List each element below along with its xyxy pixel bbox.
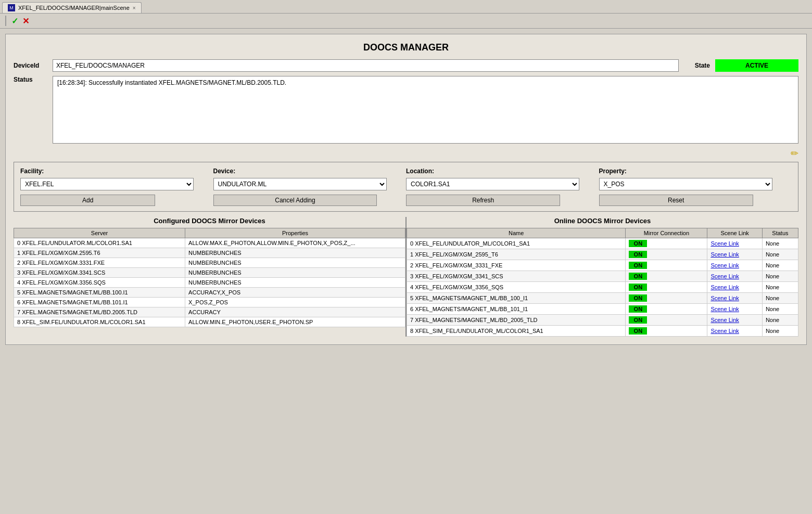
cell-status: None	[762, 271, 798, 282]
table-row[interactable]: 4 XFEL_FEL/XGM/XGM_3356_SQS ON Scene Lin…	[407, 282, 798, 293]
configured-devices-table: Server Properties 0 XFEL.FEL/UNDULATOR.M…	[14, 228, 405, 327]
online-devices-panel: Online DOOCS Mirror Devices Name Mirror …	[405, 217, 798, 337]
apply-button[interactable]: ✓	[11, 16, 18, 26]
filter-btn-row: Add Cancel Adding Refresh Reset	[20, 195, 792, 206]
tab-close-icon[interactable]: ×	[133, 5, 136, 11]
online-section-title: Online DOOCS Mirror Devices	[407, 217, 798, 225]
status-textarea[interactable]	[53, 76, 798, 144]
cell-name: 2 XFEL_FEL/XGM/XGM_3331_FXE	[407, 260, 626, 271]
device-select[interactable]: UNDULATOR.ML XGM MAGNET.ML	[213, 178, 387, 190]
cell-mirror-connection: ON	[626, 249, 707, 260]
refresh-btn-col: Refresh	[406, 195, 599, 206]
table-row[interactable]: 2 XFEL_FEL/XGM/XGM_3331_FXE ON Scene Lin…	[407, 260, 798, 271]
cell-index-server: 2 XFEL.FEL/XGM/XGM.3331.FXE	[14, 258, 185, 268]
cell-mirror-connection: ON	[626, 271, 707, 282]
table-row[interactable]: 1 XFEL.FEL/XGM/XGM.2595.T6 NUMBERBUNCHES	[14, 248, 405, 258]
cancel-button[interactable]: ✕	[22, 16, 29, 26]
cell-index-server: 0 XFEL.FEL/UNDULATOR.ML/COLOR1.SA1	[14, 238, 185, 248]
cell-name: 0 XFEL_FEL/UNDULATOR_ML/COLOR1_SA1	[407, 238, 626, 249]
pencil-icon-row: ✏	[14, 148, 798, 159]
tab-bar: M XFEL_FEL/DOOCS/MANAGER|mainScene ×	[0, 0, 812, 14]
cell-properties: NUMBERBUNCHES	[185, 248, 405, 258]
refresh-button[interactable]: Refresh	[406, 195, 560, 206]
page-title: DOOCS MANAGER	[14, 42, 798, 53]
cell-properties: NUMBERBUNCHES	[185, 258, 405, 268]
cell-status: None	[762, 249, 798, 260]
cell-status: None	[762, 238, 798, 249]
online-devices-table: Name Mirror Connection Scene Link Status…	[407, 228, 798, 337]
device-col: Device: UNDULATOR.ML XGM MAGNET.ML	[213, 168, 407, 190]
content-box: DOOCS MANAGER DeviceId State ACTIVE Stat…	[5, 34, 807, 345]
cell-properties: ACCURACY	[185, 307, 405, 317]
table-row[interactable]: 3 XFEL_FEL/XGM/XGM_3341_SCS ON Scene Lin…	[407, 271, 798, 282]
table-row[interactable]: 0 XFEL.FEL/UNDULATOR.ML/COLOR1.SA1 ALLOW…	[14, 238, 405, 248]
configured-section-title: Configured DOOCS Mirror Devices	[14, 217, 405, 225]
filter-section: Facility: XFEL.FEL XFEL.SIM.FEL XFEL.MAG…	[14, 162, 798, 212]
cell-properties: NUMBERBUNCHES	[185, 278, 405, 288]
cell-properties: NUMBERBUNCHES	[185, 268, 405, 278]
cell-mirror-connection: ON	[626, 315, 707, 326]
table-row[interactable]: 2 XFEL.FEL/XGM/XGM.3331.FXE NUMBERBUNCHE…	[14, 258, 405, 268]
toolbar-divider	[5, 16, 6, 26]
device-id-input[interactable]	[53, 59, 679, 72]
cancel-adding-button[interactable]: Cancel Adding	[213, 195, 377, 206]
cell-mirror-connection: ON	[626, 238, 707, 249]
cell-mirror-connection: ON	[626, 326, 707, 337]
cell-status: None	[762, 315, 798, 326]
table-row[interactable]: 6 XFEL_MAGNETS/MAGNET_ML/BB_101_I1 ON Sc…	[407, 304, 798, 315]
cell-scene-link[interactable]: Scene Link	[707, 238, 762, 249]
cell-properties: ACCURACY,X_POS	[185, 288, 405, 298]
cell-scene-link[interactable]: Scene Link	[707, 293, 762, 304]
table-row[interactable]: 5 XFEL_MAGNETS/MAGNET_ML/BB_100_I1 ON Sc…	[407, 293, 798, 304]
cell-index-server: 7 XFEL.MAGNETS/MAGNET.ML/BD.2005.TLD	[14, 307, 185, 317]
tab-label: XFEL_FEL/DOOCS/MANAGER|mainScene	[18, 5, 130, 11]
status-label: Status	[14, 76, 53, 83]
toolbar: ✓ ✕	[0, 14, 812, 29]
edit-icon[interactable]: ✏	[791, 148, 798, 159]
cell-scene-link[interactable]: Scene Link	[707, 304, 762, 315]
property-col: Property: X_POS NUMBERBUNCHES ACCURACY	[599, 168, 792, 190]
cell-scene-link[interactable]: Scene Link	[707, 282, 762, 293]
table-row[interactable]: 8 XFEL_SIM_FEL/UNDULATOR_ML/COLOR1_SA1 O…	[407, 326, 798, 337]
table-row[interactable]: 1 XFEL_FEL/XGM/XGM_2595_T6 ON Scene Link…	[407, 249, 798, 260]
cell-scene-link[interactable]: Scene Link	[707, 326, 762, 337]
table-row[interactable]: 6 XFEL.MAGNETS/MAGNET.ML/BB.101.I1 X_POS…	[14, 298, 405, 307]
cell-properties: X_POS,Z_POS	[185, 298, 405, 307]
col-status: Status	[762, 228, 798, 238]
cell-status: None	[762, 304, 798, 315]
location-label: Location:	[406, 168, 599, 175]
col-mirror-connection: Mirror Connection	[626, 228, 707, 238]
cell-name: 8 XFEL_SIM_FEL/UNDULATOR_ML/COLOR1_SA1	[407, 326, 626, 337]
table-row[interactable]: 3 XFEL.FEL/XGM/XGM.3341.SCS NUMBERBUNCHE…	[14, 268, 405, 278]
cell-name: 3 XFEL_FEL/XGM/XGM_3341_SCS	[407, 271, 626, 282]
cell-scene-link[interactable]: Scene Link	[707, 315, 762, 326]
facility-label: Facility:	[20, 168, 213, 175]
cell-mirror-connection: ON	[626, 282, 707, 293]
cell-properties: ALLOW.MAX.E_PHOTON,ALLOW.MIN.E_PHOTON,X_…	[185, 238, 405, 248]
device-label: Device:	[213, 168, 407, 175]
table-row[interactable]: 7 XFEL.MAGNETS/MAGNET.ML/BD.2005.TLD ACC…	[14, 307, 405, 317]
table-row[interactable]: 0 XFEL_FEL/UNDULATOR_ML/COLOR1_SA1 ON Sc…	[407, 238, 798, 249]
table-row[interactable]: 4 XFEL.FEL/XGM/XGM.3356.SQS NUMBERBUNCHE…	[14, 278, 405, 288]
property-select[interactable]: X_POS NUMBERBUNCHES ACCURACY	[599, 178, 772, 190]
cell-name: 1 XFEL_FEL/XGM/XGM_2595_T6	[407, 249, 626, 260]
table-row[interactable]: 8 XFEL_SIM.FEL/UNDULATOR.ML/COLOR1.SA1 A…	[14, 317, 405, 327]
reset-button[interactable]: Reset	[599, 195, 753, 206]
location-select[interactable]: COLOR1.SA1 XGM.2595.T6 XGM.3331.FXE	[406, 178, 579, 190]
configured-devices-panel: Configured DOOCS Mirror Devices Server P…	[14, 217, 405, 337]
cell-mirror-connection: ON	[626, 260, 707, 271]
cell-scene-link[interactable]: Scene Link	[707, 260, 762, 271]
cell-status: None	[762, 293, 798, 304]
tables-section: Configured DOOCS Mirror Devices Server P…	[14, 217, 798, 337]
table-row[interactable]: 7 XFEL_MAGNETS/MAGNET_ML/BD_2005_TLD ON …	[407, 315, 798, 326]
reset-btn-col: Reset	[599, 195, 792, 206]
facility-select[interactable]: XFEL.FEL XFEL.SIM.FEL XFEL.MAGNETS	[20, 178, 194, 190]
table-row[interactable]: 5 XFEL.MAGNETS/MAGNET.ML/BB.100.I1 ACCUR…	[14, 288, 405, 298]
cancel-btn-col: Cancel Adding	[213, 195, 407, 206]
cell-scene-link[interactable]: Scene Link	[707, 249, 762, 260]
add-button[interactable]: Add	[20, 195, 155, 206]
main-tab[interactable]: M XFEL_FEL/DOOCS/MANAGER|mainScene ×	[2, 2, 142, 13]
cell-scene-link[interactable]: Scene Link	[707, 271, 762, 282]
col-scene-link: Scene Link	[707, 228, 762, 238]
cell-index-server: 1 XFEL.FEL/XGM/XGM.2595.T6	[14, 248, 185, 258]
